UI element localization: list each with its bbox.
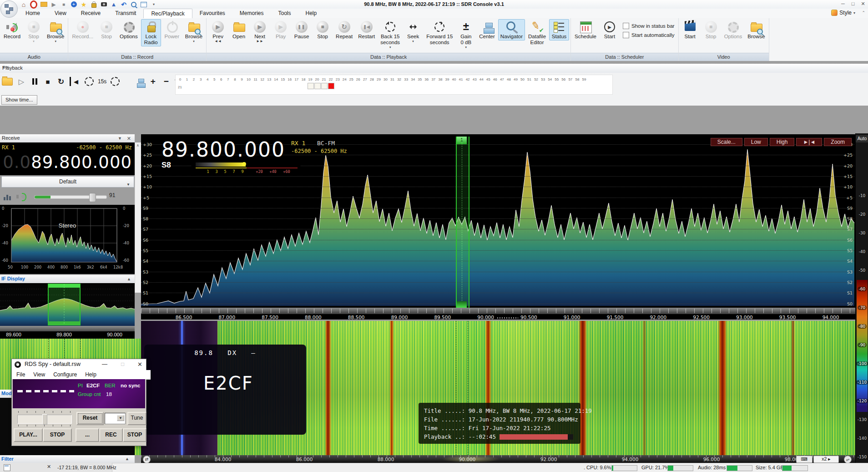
reset-button[interactable]: Reset — [76, 412, 104, 425]
style-menu[interactable]: Style ▾ — [831, 10, 855, 16]
tab-help[interactable]: Help — [298, 9, 324, 18]
tab-receive[interactable]: Receive — [74, 9, 108, 18]
scale-left-button[interactable]: ⇄ — [143, 456, 151, 463]
playback-panel-header[interactable]: Playback ▾ ✕ — [0, 64, 868, 73]
pause-icon[interactable] — [30, 77, 39, 86]
panel-pin-icon[interactable]: ▾ ✕ — [2, 65, 865, 70]
rds-title-bar[interactable]: RDS Spy - default.rsw — □ ✕ — [12, 359, 146, 370]
receive-panel-header[interactable]: Receive ▼ ✕ — [0, 134, 135, 143]
window-icon[interactable] — [4, 464, 10, 471]
tuned-frequency[interactable]: 0.089.800.000 — [3, 152, 132, 172]
stop-button[interactable]: Stop — [313, 19, 333, 41]
stop-button-2[interactable]: STOP — [123, 428, 146, 442]
zoom-in-icon[interactable]: + — [148, 77, 157, 86]
playback-timeline[interactable]: 21 0123456789101112131415161718192021222… — [175, 75, 613, 95]
lock-button[interactable]: Lock Radio — [141, 19, 161, 46]
app-menu-button[interactable] — [0, 0, 18, 18]
collapse-icon[interactable]: ▲ — [127, 277, 131, 281]
navigator-button[interactable]: Navigator — [498, 19, 525, 41]
maximize-button[interactable]: □ — [121, 361, 124, 367]
tab-memories[interactable]: Memories — [232, 9, 271, 18]
rx-marker[interactable]: 1 — [456, 137, 469, 308]
profile-dropdown[interactable]: Default — [1, 176, 134, 188]
tune-button[interactable]: Tune — [127, 412, 146, 425]
browse-button[interactable]: Browse — [745, 19, 767, 41]
close-button[interactable]: ✕ — [137, 361, 142, 368]
rds-spy-window[interactable]: RDS Spy - default.rsw — □ ✕ FileViewConf… — [11, 359, 146, 446]
play-button[interactable]: PLAY... — [14, 428, 43, 442]
open-button[interactable]: Open — [229, 19, 249, 41]
skip-start-icon[interactable]: ◀ — [70, 77, 81, 86]
back-15-icon[interactable] — [85, 77, 94, 86]
restart-button[interactable]: Restart — [356, 19, 377, 41]
browse-button[interactable]: ... — [76, 428, 99, 442]
rds-menu-configure[interactable]: Configure — [53, 371, 77, 378]
show-time-button[interactable]: Show time... — [1, 95, 37, 105]
if-spectrum[interactable] — [0, 283, 135, 326]
filter-panel-header[interactable]: Filter ▲ — [0, 455, 135, 463]
timeline-recording-slot[interactable] — [308, 83, 314, 89]
tab-transmit[interactable]: Transmit — [108, 9, 143, 18]
docked-window-strip[interactable]: ✕ -17 21:19, BW = 8.000 MHz — [0, 463, 112, 472]
repeat-button[interactable]: Repeat — [333, 19, 355, 41]
timeline-recording-slot[interactable] — [314, 83, 321, 89]
scale-drag-dots[interactable] — [497, 317, 518, 319]
options-button[interactable]: Options — [117, 19, 140, 41]
rds-menu-view[interactable]: View — [33, 371, 45, 378]
browse-button[interactable]: Browse▾ — [45, 19, 66, 44]
minimize-button[interactable]: ─ — [838, 0, 848, 8]
scale-right-button[interactable]: ⥂ — [844, 456, 852, 463]
waterfall-frequency-scale[interactable]: 84.00086.00088.00090.00092.00094.00096.0… — [141, 455, 855, 463]
receive-frequency-display[interactable]: RX 1 -62500 - 62500 Hz 0.089.800.000 — [0, 142, 135, 175]
spectrum-low-button[interactable]: Low — [744, 138, 768, 146]
spectrum-high-button[interactable]: High — [770, 138, 795, 146]
stop-icon[interactable]: ■ — [43, 77, 52, 86]
schedule-button[interactable]: Schedule — [572, 19, 599, 41]
start-button[interactable]: Start — [680, 19, 700, 41]
spectrum-frequency-scale[interactable] — [141, 308, 855, 314]
loop-icon[interactable]: ↻ — [56, 77, 66, 86]
datafile-button[interactable]: Datafile Editor — [526, 19, 548, 46]
checkbox-start-automatically[interactable]: Start automatically — [623, 32, 675, 38]
checkbox-show-in-status-bar[interactable]: Show in status bar — [623, 23, 675, 29]
receive-scrollbar[interactable] — [135, 142, 141, 293]
status-button[interactable]: Status — [549, 19, 569, 41]
start-button[interactable]: Start — [600, 19, 620, 41]
next-button[interactable]: Next►► — [250, 19, 270, 44]
tab-tools[interactable]: Tools — [271, 9, 298, 18]
maximize-button[interactable]: □ — [848, 0, 858, 8]
minimize-button[interactable]: — — [102, 361, 107, 367]
rds-slider-thumb[interactable] — [42, 414, 47, 425]
record-button[interactable]: Record — [1, 19, 23, 41]
stop-button[interactable]: STOP — [43, 428, 72, 442]
rds-menu-help[interactable]: Help — [85, 371, 96, 378]
timeline-recording-slot[interactable] — [328, 83, 334, 89]
waterfall-level-scale[interactable]: Auto -10-20-30-40-50-60-70-80-90-100-110… — [855, 133, 868, 463]
forward-15-icon[interactable] — [111, 77, 120, 86]
center-icon[interactable] — [136, 78, 146, 88]
rds-slider[interactable] — [17, 415, 72, 424]
tab-favourites[interactable]: Favourites — [192, 9, 232, 18]
volume-slider-thumb[interactable] — [89, 193, 96, 202]
close-button[interactable]: ✕ — [858, 0, 868, 8]
open-file-icon[interactable] — [2, 78, 13, 86]
tab-home[interactable]: Home — [18, 9, 47, 18]
browse-button[interactable]: Browse▾ — [183, 19, 205, 44]
pause-button[interactable]: Pause — [292, 19, 312, 41]
if-display-header[interactable]: IF Display ▲ — [0, 275, 135, 284]
center-button[interactable]: Center — [477, 19, 497, 41]
gain-button[interactable]: ±Gain 0 dB▾ — [456, 19, 476, 50]
timeline-recording-slot[interactable] — [321, 83, 328, 89]
rds-menu-file[interactable]: File — [16, 371, 25, 378]
collapse-icon[interactable]: ▼ — [118, 136, 122, 141]
speaker-icon[interactable] — [16, 192, 26, 201]
volume-slider[interactable] — [34, 195, 107, 199]
rec-button[interactable]: REC — [99, 428, 123, 442]
waterfall-zoom-button[interactable]: x2 ▸ — [813, 456, 839, 463]
tab-view[interactable]: View — [47, 9, 74, 18]
rds-frequency-combo[interactable] — [105, 413, 126, 424]
prev-button[interactable]: Prev◄◄ — [208, 19, 228, 44]
seek-button[interactable]: Seek▾ — [403, 19, 423, 44]
spectrum-scale-button[interactable]: Scale... — [711, 138, 742, 146]
spectrum-zoom-button[interactable]: Zoom — [824, 138, 852, 146]
